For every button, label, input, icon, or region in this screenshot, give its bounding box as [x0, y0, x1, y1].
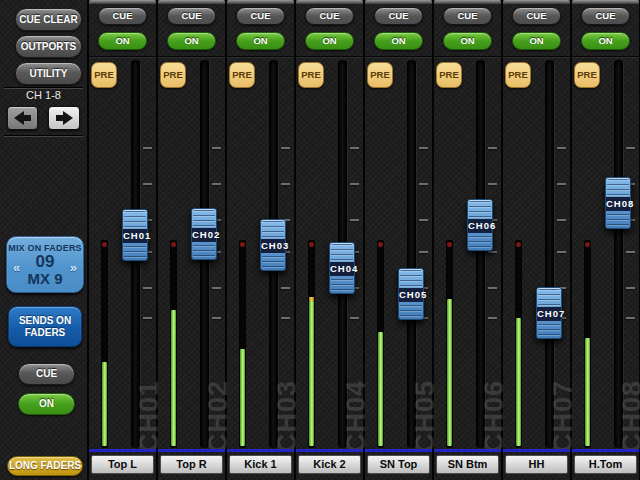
- channel-name-box[interactable]: SN Top: [367, 455, 430, 474]
- fader-cap[interactable]: CH04: [329, 242, 355, 294]
- fader-cap[interactable]: CH05: [398, 268, 424, 320]
- arrow-right-icon: [56, 111, 73, 125]
- fader-scale-tick: [350, 219, 359, 221]
- fader-scale-tick: [143, 183, 152, 185]
- channel-name-box[interactable]: Top L: [91, 455, 154, 474]
- channel-strips-area: CUE ON PRE CH01 CH01 Top L CUE ON PRE CH…: [87, 0, 640, 480]
- channel-cue-button[interactable]: CUE: [98, 7, 147, 25]
- fader-scale-tick: [212, 287, 221, 289]
- pre-badge[interactable]: PRE: [367, 62, 393, 88]
- channel-cue-button[interactable]: CUE: [305, 7, 354, 25]
- outports-button[interactable]: OUTPORTS: [15, 35, 82, 58]
- master-cue-button[interactable]: CUE: [18, 363, 75, 385]
- fader-scale-tick: [488, 251, 497, 253]
- strip-divider: [503, 56, 570, 57]
- channel-name-box[interactable]: Kick 2: [298, 455, 361, 474]
- channel-name-box[interactable]: HH: [505, 455, 568, 474]
- channel-cue-button[interactable]: CUE: [374, 7, 423, 25]
- fader-scale-tick: [212, 147, 221, 149]
- meter-clip-indicator: [240, 242, 245, 247]
- fader-scale-tick: [488, 317, 497, 319]
- fader-scale-tick: [143, 317, 152, 319]
- fader-cap-channel-label: CH08: [606, 197, 630, 211]
- meter-clip-indicator: [102, 242, 107, 247]
- strip-divider: [158, 56, 225, 57]
- level-meter: [377, 240, 384, 448]
- strip-top-edge: [572, 0, 639, 4]
- pre-badge[interactable]: PRE: [91, 62, 117, 88]
- pre-badge[interactable]: PRE: [436, 62, 462, 88]
- fader-cap[interactable]: CH01: [122, 209, 148, 261]
- channel-range-label: CH 1-8: [0, 89, 87, 101]
- fader-cap[interactable]: CH08: [605, 177, 631, 229]
- long-faders-button[interactable]: LONG FADERS: [7, 456, 83, 476]
- previous-bank-button[interactable]: [7, 106, 38, 130]
- channel-cue-button[interactable]: CUE: [167, 7, 216, 25]
- channel-cue-button[interactable]: CUE: [512, 7, 561, 25]
- pre-badge[interactable]: PRE: [574, 62, 600, 88]
- fader-cap[interactable]: CH02: [191, 208, 217, 260]
- fader-scale-tick: [212, 317, 221, 319]
- level-meter: [239, 240, 246, 448]
- channel-strip: CUE ON PRE CH05 CH05 SN Top: [365, 0, 432, 480]
- channel-id-watermark: CH08: [619, 380, 640, 453]
- channel-on-button[interactable]: ON: [443, 32, 492, 50]
- channel-cue-button[interactable]: CUE: [236, 7, 285, 25]
- channel-on-button[interactable]: ON: [581, 32, 630, 50]
- channel-name-box[interactable]: Kick 1: [229, 455, 292, 474]
- mix-previous-chevron-icon[interactable]: «: [13, 260, 20, 275]
- fader-scale-tick: [350, 317, 359, 319]
- strip-top-edge: [365, 0, 432, 4]
- pre-badge[interactable]: PRE: [298, 62, 324, 88]
- channel-on-button[interactable]: ON: [98, 32, 147, 50]
- mix-on-faders-selector[interactable]: MIX ON FADERS 09 MX 9 « »: [6, 236, 84, 293]
- channel-name-box[interactable]: Top R: [160, 455, 223, 474]
- meter-clip-indicator: [516, 242, 521, 247]
- channel-on-button[interactable]: ON: [374, 32, 423, 50]
- pre-badge[interactable]: PRE: [229, 62, 255, 88]
- strip-top-edge: [434, 0, 501, 4]
- mix-next-chevron-icon[interactable]: »: [70, 260, 77, 275]
- arrow-left-icon: [14, 111, 31, 125]
- channel-name-box[interactable]: H.Tom: [574, 455, 637, 474]
- next-bank-button[interactable]: [48, 106, 80, 130]
- channel-cue-button[interactable]: CUE: [443, 7, 492, 25]
- channel-color-bar: [227, 449, 294, 452]
- channel-strip: CUE ON PRE CH06 CH06 SN Btm: [434, 0, 501, 480]
- channel-color-bar: [434, 449, 501, 452]
- cue-clear-button[interactable]: CUE CLEAR: [15, 8, 82, 31]
- fader-cap-channel-label: CH01: [123, 229, 147, 243]
- utility-button[interactable]: UTILITY: [15, 62, 82, 85]
- pre-badge[interactable]: PRE: [505, 62, 531, 88]
- fader-scale-tick: [557, 147, 566, 149]
- strip-top-edge: [89, 0, 156, 4]
- fader-cap-channel-label: CH02: [192, 228, 216, 242]
- strip-divider: [572, 56, 639, 57]
- channel-cue-button[interactable]: CUE: [581, 7, 630, 25]
- channel-on-button[interactable]: ON: [305, 32, 354, 50]
- meter-green-fill: [516, 318, 521, 446]
- fader-cap[interactable]: CH07: [536, 287, 562, 339]
- master-on-button[interactable]: ON: [18, 393, 75, 415]
- fader-cap[interactable]: CH06: [467, 199, 493, 251]
- fader-cap[interactable]: CH03: [260, 219, 286, 271]
- fader-scale-tick: [419, 147, 428, 149]
- level-meter: [308, 240, 315, 448]
- fader-scale-tick: [626, 317, 635, 319]
- strip-top-edge: [296, 0, 363, 4]
- strip-divider: [89, 56, 156, 57]
- fader-scale-tick: [419, 219, 428, 221]
- sidebar-divider: [4, 136, 83, 137]
- fader-cap-channel-label: CH04: [330, 262, 354, 276]
- channel-on-button[interactable]: ON: [236, 32, 285, 50]
- channel-on-button[interactable]: ON: [167, 32, 216, 50]
- fader-scale-tick: [626, 147, 635, 149]
- channel-on-button[interactable]: ON: [512, 32, 561, 50]
- pre-badge[interactable]: PRE: [160, 62, 186, 88]
- meter-clip-indicator: [171, 242, 176, 247]
- sends-on-faders-button[interactable]: SENDS ON FADERS: [8, 306, 82, 347]
- channel-name-box[interactable]: SN Btm: [436, 455, 499, 474]
- fader-scale-tick: [557, 251, 566, 253]
- level-meter: [101, 240, 108, 448]
- fader-scale-tick: [350, 183, 359, 185]
